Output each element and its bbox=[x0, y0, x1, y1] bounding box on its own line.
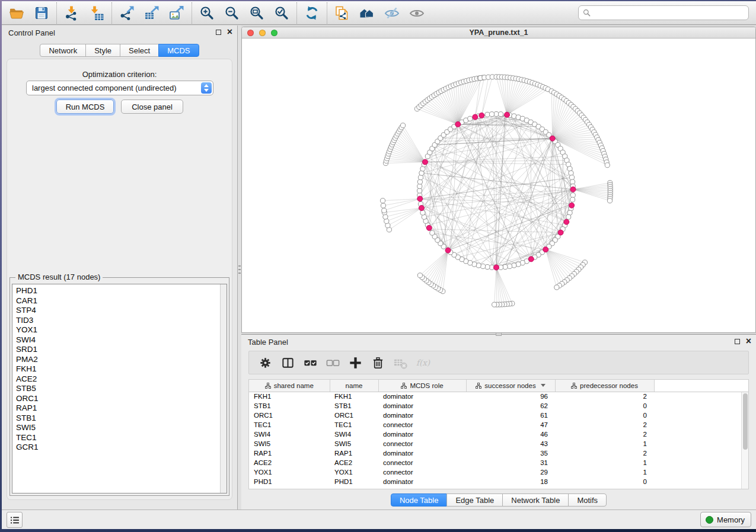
import-network-button[interactable] bbox=[59, 3, 84, 23]
close-panel-icon[interactable]: × bbox=[227, 26, 232, 38]
toggle-panel-button[interactable] bbox=[276, 353, 299, 372]
tab-mcds[interactable]: MCDS bbox=[158, 44, 199, 57]
cell-successor-nodes[interactable]: 43 bbox=[466, 439, 555, 448]
cell-name[interactable]: STB1 bbox=[330, 401, 378, 411]
table-row[interactable]: TEC1TEC1connector472 bbox=[249, 420, 748, 430]
cell-predecessor-nodes[interactable]: 1 bbox=[555, 467, 654, 477]
table-row[interactable]: STB1STB1dominator620 bbox=[249, 401, 748, 411]
mcds-result-item[interactable]: PMA2 bbox=[16, 355, 220, 365]
export-table-button[interactable] bbox=[139, 3, 164, 23]
tab-network-table[interactable]: Network Table bbox=[502, 493, 569, 507]
cell-successor-nodes[interactable]: 35 bbox=[466, 448, 555, 458]
network-canvas[interactable] bbox=[242, 39, 755, 332]
table-row[interactable]: ACE2ACE2connector311 bbox=[249, 458, 748, 467]
table-scrollbar-thumb[interactable] bbox=[743, 393, 748, 450]
mcds-result-item[interactable]: CAR1 bbox=[16, 296, 220, 306]
export-network-button[interactable] bbox=[114, 3, 139, 23]
refresh-view-button[interactable] bbox=[299, 3, 324, 23]
cell-successor-nodes[interactable]: 96 bbox=[466, 392, 555, 401]
cell-mcds-role[interactable]: connector bbox=[378, 467, 466, 477]
cell-mcds-role[interactable]: dominator bbox=[378, 430, 466, 439]
export-image-button[interactable] bbox=[164, 3, 189, 23]
cell-shared-name[interactable]: PHD1 bbox=[249, 477, 330, 486]
cell-name[interactable]: YOX1 bbox=[330, 467, 378, 477]
cell-predecessor-nodes[interactable]: 2 bbox=[555, 430, 654, 439]
cell-shared-name[interactable]: RAP1 bbox=[249, 448, 330, 458]
cell-shared-name[interactable]: TEC1 bbox=[249, 420, 330, 430]
tab-node-table[interactable]: Node Table bbox=[391, 493, 448, 507]
cell-shared-name[interactable]: SWI5 bbox=[249, 439, 330, 448]
cell-successor-nodes[interactable]: 61 bbox=[466, 411, 555, 420]
mcds-result-item[interactable]: FKH1 bbox=[16, 364, 220, 374]
cell-mcds-role[interactable]: connector bbox=[378, 458, 466, 467]
cell-name[interactable]: FKH1 bbox=[330, 392, 378, 401]
add-column-button[interactable] bbox=[344, 353, 366, 372]
cell-name[interactable]: ACE2 bbox=[330, 458, 378, 467]
cell-successor-nodes[interactable]: 18 bbox=[466, 477, 555, 486]
zoom-in-button[interactable] bbox=[194, 3, 219, 23]
table-row[interactable]: RAP1RAP1dominator352 bbox=[249, 448, 748, 458]
cell-predecessor-nodes[interactable]: 0 bbox=[555, 401, 654, 411]
zoom-selected-button[interactable] bbox=[269, 3, 294, 23]
mcds-result-item[interactable]: PHD1 bbox=[16, 286, 220, 296]
mcds-result-item[interactable]: YOX1 bbox=[16, 325, 220, 335]
task-history-button[interactable] bbox=[7, 512, 23, 528]
cell-name[interactable]: RAP1 bbox=[330, 448, 378, 458]
duplicate-network-button[interactable] bbox=[330, 3, 355, 23]
cell-shared-name[interactable]: YOX1 bbox=[249, 467, 330, 477]
network-window-titlebar[interactable]: YPA_prune.txt_1 bbox=[242, 27, 755, 39]
settings-gear-button[interactable] bbox=[254, 353, 276, 372]
table-row[interactable]: PHD1PHD1dominator180 bbox=[249, 477, 748, 486]
zoom-out-button[interactable] bbox=[219, 3, 244, 23]
deselect-all-checkbox-button[interactable] bbox=[321, 353, 344, 372]
mcds-result-item[interactable]: SWI5 bbox=[16, 423, 220, 433]
cell-name[interactable]: TEC1 bbox=[330, 420, 378, 430]
hide-selected-button[interactable] bbox=[379, 3, 404, 23]
tab-style[interactable]: Style bbox=[85, 44, 120, 57]
cell-name[interactable]: ORC1 bbox=[330, 411, 378, 420]
column-header-successor-nodes[interactable]: successor nodes bbox=[466, 380, 555, 392]
mcds-result-item[interactable]: STB1 bbox=[16, 414, 220, 424]
cell-mcds-role[interactable]: dominator bbox=[378, 392, 466, 401]
cell-name[interactable]: SWI5 bbox=[330, 439, 378, 448]
cell-shared-name[interactable]: ORC1 bbox=[249, 411, 330, 420]
table-row[interactable]: FKH1FKH1dominator962 bbox=[249, 392, 748, 401]
cell-shared-name[interactable]: SWI4 bbox=[249, 430, 330, 439]
delete-column-button[interactable] bbox=[366, 353, 389, 372]
column-header-name[interactable]: name bbox=[330, 380, 378, 392]
cell-shared-name[interactable]: STB1 bbox=[249, 401, 330, 411]
cell-predecessor-nodes[interactable]: 2 bbox=[555, 420, 654, 430]
cell-mcds-role[interactable]: dominator bbox=[378, 411, 466, 420]
search-box[interactable] bbox=[578, 5, 749, 20]
cell-successor-nodes[interactable]: 47 bbox=[466, 420, 555, 430]
cell-predecessor-nodes[interactable]: 0 bbox=[555, 477, 654, 486]
cell-shared-name[interactable]: ACE2 bbox=[249, 458, 330, 467]
close-panel-button[interactable]: Close panel bbox=[121, 100, 183, 114]
mcds-result-item[interactable]: STP4 bbox=[16, 306, 220, 316]
cell-predecessor-nodes[interactable]: 1 bbox=[555, 458, 654, 467]
cell-predecessor-nodes[interactable]: 2 bbox=[555, 448, 654, 458]
table-row[interactable]: SWI4SWI4dominator462 bbox=[249, 430, 748, 439]
mcds-list-scrollbar[interactable] bbox=[220, 284, 227, 493]
search-input[interactable] bbox=[594, 7, 745, 19]
column-header-shared-name[interactable]: shared name bbox=[249, 380, 330, 392]
cell-shared-name[interactable]: FKH1 bbox=[249, 392, 330, 401]
select-all-checkbox-button[interactable] bbox=[299, 353, 321, 372]
mcds-result-item[interactable]: GCR1 bbox=[16, 443, 220, 453]
mcds-result-list[interactable]: PHD1CAR1STP4TID3YOX1SWI4SRD1PMA2FKH1ACE2… bbox=[12, 284, 220, 493]
show-all-button[interactable] bbox=[404, 3, 429, 23]
zoom-fit-button[interactable] bbox=[244, 3, 269, 23]
mcds-result-item[interactable]: ORC1 bbox=[16, 394, 220, 404]
cell-successor-nodes[interactable]: 29 bbox=[466, 467, 555, 477]
import-table-button[interactable] bbox=[84, 3, 109, 23]
cell-successor-nodes[interactable]: 31 bbox=[466, 458, 555, 467]
column-header-mcds-role[interactable]: MCDS role bbox=[378, 380, 466, 392]
cell-mcds-role[interactable]: dominator bbox=[378, 477, 466, 486]
memory-button[interactable]: Memory bbox=[700, 512, 751, 527]
cell-name[interactable]: SWI4 bbox=[330, 430, 378, 439]
mcds-result-item[interactable]: SWI4 bbox=[16, 335, 220, 345]
mcds-result-item[interactable]: TEC1 bbox=[16, 433, 220, 443]
table-row[interactable]: ORC1ORC1dominator610 bbox=[249, 411, 748, 420]
table-row[interactable]: SWI5SWI5connector431 bbox=[249, 439, 748, 448]
float-table-panel-icon[interactable] bbox=[735, 339, 740, 344]
